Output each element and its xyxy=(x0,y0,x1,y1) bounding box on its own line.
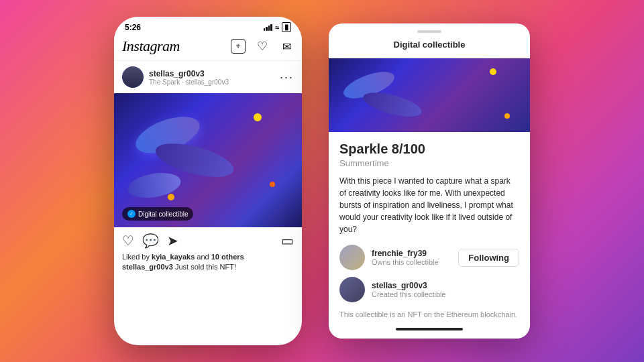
owner-info: frenchie_fry39 Owns this collectible xyxy=(339,245,439,270)
time: 5:26 xyxy=(125,23,141,32)
modal-blob-2 xyxy=(361,88,424,121)
others-count: 10 others xyxy=(211,253,244,261)
digital-collectible-modal: Digital collectible Sparkle 8/100 Summer… xyxy=(329,23,530,339)
wifi-icon: ≈ xyxy=(275,23,279,32)
share-icon[interactable]: ➤ xyxy=(167,233,178,249)
messenger-icon[interactable]: ✉ xyxy=(279,39,294,54)
modal-title: Digital collectible xyxy=(329,37,530,58)
caption-username: stellas_gr00v3 xyxy=(122,263,173,271)
post-header: stellas_gr00v3 The Spark · stellas_gr00v… xyxy=(114,61,302,93)
creator-row: stellas_gr00v3 Created this collectible xyxy=(339,277,519,302)
badge-check-icon: ✓ xyxy=(127,210,136,218)
dot-decoration-2 xyxy=(168,194,174,200)
post-image: ✓ Digital collectible xyxy=(114,93,302,227)
post-user-info: stellas_gr00v3 The Spark · stellas_gr00v… xyxy=(149,69,229,86)
post-caption-text: stellas_gr00v3 Just sold this NFT! xyxy=(122,263,294,271)
post-actions: ♡ 💬 ➤ ▭ xyxy=(114,227,302,251)
post-user: stellas_gr00v3 The Spark · stellas_gr00v… xyxy=(122,66,229,88)
owner-role: Owns this collectible xyxy=(372,258,439,266)
instagram-logo: Instagram xyxy=(122,38,180,55)
nft-subtitle: Summertime xyxy=(339,158,519,168)
creator-text: stellas_gr00v3 Created this collectible xyxy=(372,281,446,298)
more-options-icon[interactable]: ··· xyxy=(280,70,294,84)
modal-dot-2 xyxy=(504,113,510,119)
heart-icon[interactable]: ♡ xyxy=(255,39,270,54)
bookmark-icon[interactable]: ▭ xyxy=(281,233,294,249)
dot-decoration-1 xyxy=(254,113,262,121)
creator-info: stellas_gr00v3 Created this collectible xyxy=(339,277,446,302)
status-icons: ≈ ▮ xyxy=(264,22,291,32)
header-icons: + ♡ ✉ xyxy=(231,39,294,54)
dot-decoration-3 xyxy=(270,182,275,187)
digital-collectible-badge[interactable]: ✓ Digital collectible xyxy=(122,207,193,221)
creator-role: Created this collectible xyxy=(372,290,446,298)
modal-handle xyxy=(417,30,441,33)
owner-row: frenchie_fry39 Owns this collectible Fol… xyxy=(339,245,519,270)
nft-footer-text: This collectible is an NFT on the Ethere… xyxy=(339,309,519,321)
post-subtitle: The Spark · stellas_gr00v3 xyxy=(149,78,229,86)
add-post-icon[interactable]: + xyxy=(231,39,246,54)
instagram-phone: 5:26 ≈ ▮ Instagram + ♡ ✉ stellas_ xyxy=(114,17,302,345)
signal-icon xyxy=(264,24,272,31)
nft-title: Sparkle 8/100 xyxy=(339,141,519,157)
owner-text: frenchie_fry39 Owns this collectible xyxy=(372,249,439,266)
avatar xyxy=(122,66,144,88)
creator-avatar xyxy=(339,277,365,302)
comment-icon[interactable]: 💬 xyxy=(142,233,159,249)
status-bar: 5:26 ≈ ▮ xyxy=(114,17,302,35)
modal-dot-1 xyxy=(490,68,496,75)
battery-icon: ▮ xyxy=(282,22,291,32)
post-likes: Liked by kyia_kayaks and 10 others xyxy=(122,253,294,261)
post-actions-left: ♡ 💬 ➤ xyxy=(122,233,178,249)
creator-username: stellas_gr00v3 xyxy=(372,281,446,290)
post-username: stellas_gr00v3 xyxy=(149,69,229,78)
liked-by-user: kyia_kayaks xyxy=(152,253,195,261)
modal-body: Sparkle 8/100 Summertime With this piece… xyxy=(329,132,530,321)
modal-nft-image xyxy=(329,58,530,132)
badge-label: Digital collectible xyxy=(138,210,188,218)
post-caption: Liked by kyia_kayaks and 10 others stell… xyxy=(114,251,302,276)
like-icon[interactable]: ♡ xyxy=(122,233,134,249)
owner-username: frenchie_fry39 xyxy=(372,249,439,258)
owner-avatar xyxy=(339,245,365,270)
following-button[interactable]: Following xyxy=(458,249,519,267)
nft-description: With this piece I wanted to capture what… xyxy=(339,175,519,235)
instagram-header: Instagram + ♡ ✉ xyxy=(114,35,302,61)
modal-bottom-indicator xyxy=(396,328,463,330)
caption-body: Just sold this NFT! xyxy=(173,263,236,271)
